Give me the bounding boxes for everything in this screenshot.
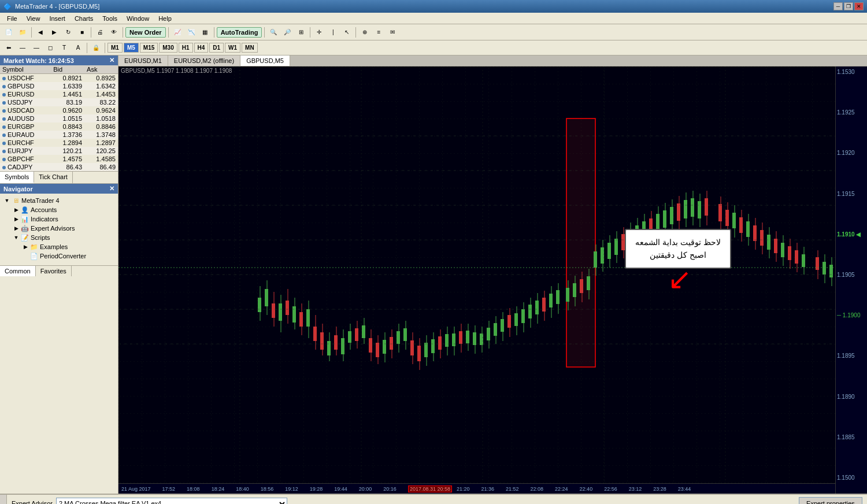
tb2-obj-btn[interactable]: ◻ — [44, 42, 57, 54]
new-button[interactable]: 📄 — [2, 26, 15, 39]
chart-bar-btn[interactable]: ▦ — [199, 26, 212, 39]
market-watch-row[interactable]: EURUSD 1.4451 1.4453 — [0, 90, 118, 98]
title-bar-right[interactable]: ─ ❐ ✕ — [833, 2, 864, 10]
tf-mn[interactable]: MN — [242, 43, 258, 53]
market-watch-row[interactable]: USDCHF 0.8921 0.8925 — [0, 74, 118, 83]
minimize-button[interactable]: ─ — [833, 2, 843, 10]
tab-symbols[interactable]: Symbols — [0, 172, 34, 183]
auto-trading-button[interactable]: AutoTrading — [217, 27, 262, 38]
print-preview-button[interactable]: 👁 — [108, 26, 120, 39]
nav-tab-favorites[interactable]: Favorites — [36, 266, 72, 276]
chart-tab-gbpusd-m5[interactable]: GBPUSD,M5 — [240, 55, 290, 66]
new-order-button[interactable]: New Order — [125, 27, 166, 38]
chart-fix-btn[interactable]: ⊞ — [295, 26, 307, 39]
email-btn[interactable]: ✉ — [386, 26, 399, 39]
sep4 — [168, 27, 169, 38]
market-watch-row[interactable]: GBPUSD 1.6339 1.6342 — [0, 82, 118, 90]
print-button[interactable]: 🖨 — [94, 26, 106, 39]
menu-charts[interactable]: Charts — [70, 14, 98, 23]
chart-tab-eurusd-m2[interactable]: EURUSD,M2 (offline) — [168, 55, 240, 66]
market-watch-row[interactable]: EURJPY 120.21 120.25 — [0, 147, 118, 155]
col-ask: Ask — [84, 65, 118, 74]
svg-rect-160 — [816, 257, 819, 270]
market-watch-row[interactable]: CADJPY 86.43 86.49 — [0, 163, 118, 171]
tree-period-converter[interactable]: ▶ 📄 PeriodConverter — [21, 251, 116, 261]
chart-tab-eurusd-m1[interactable]: EURUSD,M1 — [118, 55, 168, 66]
expert-properties-button[interactable]: Expert properties — [799, 497, 862, 504]
menu-window[interactable]: Window — [122, 14, 154, 23]
sep6 — [264, 27, 265, 38]
tf-m15[interactable]: M15 — [140, 43, 158, 53]
market-watch-row[interactable]: USDCAD 0.9620 0.9624 — [0, 106, 118, 114]
title-text: MetaTrader 4 - [GBPUSD,M5] — [15, 3, 99, 10]
tf-m1[interactable]: M1 — [108, 43, 123, 53]
market-watch-row[interactable]: AUDUSD 1.0515 1.0518 — [0, 114, 118, 123]
tf-d1[interactable]: D1 — [209, 43, 224, 53]
forward-button[interactable]: ▶ — [48, 26, 61, 39]
menu-view[interactable]: View — [22, 14, 45, 23]
nav-tab-common[interactable]: Common — [0, 266, 36, 276]
chart-up-btn[interactable]: 📈 — [171, 26, 184, 39]
tf-w1[interactable]: W1 — [225, 43, 240, 53]
ea-dropdown[interactable]: 2 MA Crosses Mega filter EA V1.ex4 — [56, 498, 287, 504]
close-button[interactable]: ✕ — [854, 2, 864, 10]
tf-h1[interactable]: H1 — [179, 43, 193, 53]
menu-file[interactable]: File — [2, 14, 22, 23]
indicator-btn[interactable]: ⊕ — [358, 26, 371, 39]
mw-close[interactable]: ✕ — [109, 57, 114, 64]
restore-button[interactable]: ❐ — [844, 2, 853, 10]
tb2-hor-btn[interactable]: — — [30, 42, 43, 54]
menu-insert[interactable]: Insert — [45, 14, 70, 23]
zoom-in-btn[interactable]: 🔍 — [267, 26, 280, 39]
trade-levels-btn[interactable]: ≡ — [372, 26, 385, 39]
back-button[interactable]: ◀ — [34, 26, 47, 39]
tf-m30[interactable]: M30 — [159, 43, 177, 53]
cursor-btn[interactable]: ↖ — [340, 26, 353, 39]
menu-help[interactable]: Help — [154, 14, 176, 23]
tree-expert-advisors[interactable]: ▶ 🤖 Expert Advisors — [12, 224, 116, 233]
tb2-lock-btn[interactable]: 🔒 — [90, 42, 102, 54]
market-watch-row[interactable]: EURGBP 0.8843 0.8846 — [0, 123, 118, 131]
navigator: Navigator ✕ ▼ 🖥 MetaTrader 4 ▶ 👤 Account… — [0, 183, 118, 494]
tree-root-label: MetaTrader 4 — [21, 197, 60, 204]
market-watch-row[interactable]: EURAUD 1.3736 1.3748 — [0, 131, 118, 139]
svg-rect-57 — [445, 334, 449, 347]
tb2-line-btn[interactable]: — — [16, 42, 29, 54]
expand-root[interactable]: ▼ — [3, 197, 10, 204]
tree-root[interactable]: ▼ 🖥 MetaTrader 4 — [2, 196, 116, 205]
menu-tools[interactable]: Tools — [98, 14, 122, 23]
market-watch-row[interactable]: GBPCHF 1.4575 1.4585 — [0, 155, 118, 163]
zoom-out-btn[interactable]: 🔎 — [281, 26, 294, 39]
tb2-text-btn[interactable]: T — [58, 42, 71, 54]
chart-canvas-area[interactable]: GBPUSD,M5 1.1907 1.1908 1.1907 1.1908 — [118, 66, 835, 494]
tree-indicators[interactable]: ▶ 📊 Indicators — [12, 214, 116, 224]
tab-tick-chart[interactable]: Tick Chart — [34, 172, 73, 183]
market-watch-row[interactable]: EURCHF 1.2894 1.2897 — [0, 139, 118, 147]
period-sep-btn[interactable]: | — [327, 26, 339, 39]
market-watch-row[interactable]: USDJPY 83.19 83.22 — [0, 98, 118, 106]
expand-accounts[interactable]: ▶ — [13, 206, 20, 213]
examples-icon: 📁 — [30, 243, 38, 251]
open-button[interactable]: 📁 — [16, 26, 29, 39]
expand-indicators[interactable]: ▶ — [13, 216, 20, 223]
navigator-title: Navigator — [3, 186, 33, 192]
x-label-4: 18:24 — [212, 486, 225, 492]
svg-rect-65 — [473, 332, 476, 345]
expand-scripts[interactable]: ▼ — [13, 234, 20, 241]
tf-h4[interactable]: H4 — [194, 43, 209, 53]
expand-ea[interactable]: ▶ — [13, 225, 20, 232]
x-label-9: 19:44 — [334, 486, 347, 492]
navigator-close[interactable]: ✕ — [109, 185, 114, 192]
tree-scripts[interactable]: ▼ 📝 Scripts — [12, 233, 116, 242]
svg-rect-49 — [417, 346, 421, 361]
tf-m5[interactable]: M5 — [124, 43, 139, 53]
crosshair-btn[interactable]: ✛ — [313, 26, 325, 39]
chart-down-btn[interactable]: 📉 — [185, 26, 198, 39]
tree-examples[interactable]: ▶ 📁 Examples — [21, 242, 116, 251]
tree-accounts[interactable]: ▶ 👤 Accounts — [12, 205, 116, 214]
tb2-fib-btn[interactable]: A — [72, 42, 84, 54]
refresh-button[interactable]: ↻ — [62, 26, 75, 39]
tb2-left-btn[interactable]: ⬅ — [2, 42, 15, 54]
expand-examples[interactable]: ▶ — [22, 243, 29, 250]
stop-button[interactable]: ■ — [76, 26, 88, 39]
